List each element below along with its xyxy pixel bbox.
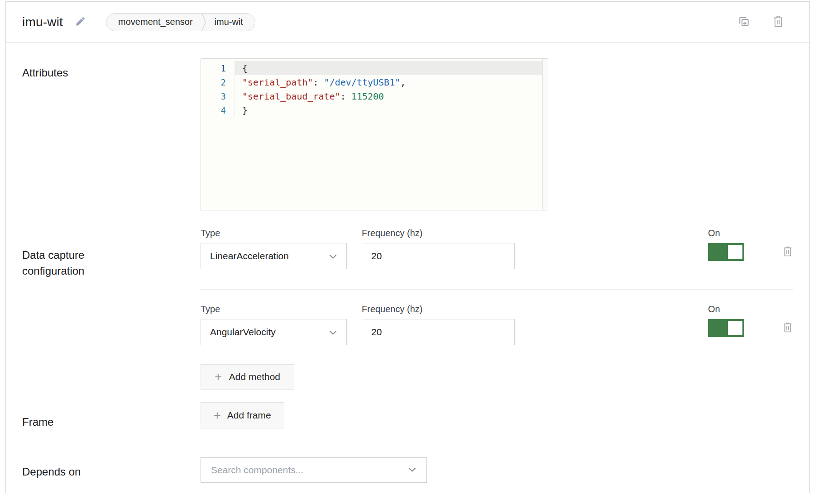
delete-component-button[interactable] (772, 15, 784, 29)
plus-icon: + (215, 371, 222, 383)
capture-on-toggle[interactable] (708, 319, 744, 337)
chevron-down-icon (408, 466, 416, 474)
editor-scrollbar[interactable] (542, 59, 548, 210)
line-number: 2 (201, 75, 235, 89)
depends-section: Depends on (22, 457, 793, 483)
duplicate-icon (737, 15, 751, 29)
capture-method-row: Type LinearAcceleration Frequency (hz) (201, 228, 793, 269)
frequency-input[interactable] (362, 243, 515, 269)
line-number: 4 (201, 103, 235, 117)
breadcrumb-chevron-icon (201, 13, 206, 31)
frequency-label: Frequency (hz) (362, 228, 515, 238)
component-title: imu-wit (22, 15, 63, 29)
chevron-down-icon (329, 251, 337, 262)
chevron-down-icon (329, 327, 337, 338)
delete-method-button[interactable] (782, 321, 793, 335)
capture-type-value: LinearAcceleration (210, 251, 289, 262)
toggle-knob (728, 245, 742, 259)
depends-label: Depends on (22, 457, 81, 480)
frequency-label: Frequency (hz) (362, 304, 515, 314)
breadcrumb: movement_sensor imu-wit (106, 13, 255, 31)
add-method-button[interactable]: + Add method (201, 364, 294, 390)
code-line: 2 "serial_path": "/dev/ttyUSB1", (201, 75, 548, 89)
line-number: 3 (201, 89, 235, 103)
add-frame-label: Add frame (227, 410, 271, 421)
data-capture-section: Data capture configuration Type LinearAc… (22, 228, 793, 390)
add-frame-button[interactable]: + Add frame (201, 402, 284, 428)
trash-icon (782, 321, 793, 335)
frequency-input[interactable] (362, 319, 515, 345)
type-label: Type (201, 228, 347, 238)
capture-on-toggle[interactable] (708, 243, 744, 261)
attributes-section: Attributes 1 { 2 "serial_path": "/dev/tt… (22, 58, 793, 210)
edit-name-button[interactable] (75, 16, 86, 29)
data-capture-label: Data capture configuration (22, 228, 126, 279)
capture-type-select[interactable]: LinearAcceleration (201, 243, 347, 269)
attributes-json-editor[interactable]: 1 { 2 "serial_path": "/dev/ttyUSB1", 3 "… (201, 58, 548, 210)
depends-select[interactable] (201, 457, 427, 483)
attributes-label: Attributes (22, 58, 68, 81)
frame-section: Frame + Add frame (22, 402, 793, 430)
line-number: 1 (201, 61, 235, 75)
delete-method-button[interactable] (782, 245, 793, 259)
frame-label: Frame (22, 402, 53, 430)
capture-method-row: Type AngularVelocity Frequency (hz) (201, 304, 793, 345)
capture-type-select[interactable]: AngularVelocity (201, 319, 347, 345)
code-line: 4 } (201, 103, 548, 117)
search-components-input[interactable] (211, 465, 408, 475)
toggle-knob (728, 321, 742, 335)
component-card: imu-wit movement_sensor imu-wit (5, 1, 810, 493)
pencil-icon (75, 16, 86, 29)
code-line: 1 { (201, 61, 548, 75)
code-line: 3 "serial_baud_rate": 115200 (201, 89, 548, 103)
toggle-label: On (708, 304, 744, 314)
breadcrumb-item-name: imu-wit (215, 17, 243, 27)
add-method-label: Add method (229, 371, 280, 382)
plus-icon: + (214, 409, 221, 422)
trash-icon (782, 245, 793, 259)
toggle-label: On (708, 228, 744, 238)
indent-guide (242, 75, 242, 103)
capture-type-value: AngularVelocity (210, 327, 276, 338)
component-header: imu-wit movement_sensor imu-wit (6, 2, 809, 43)
breadcrumb-item-type: movement_sensor (118, 17, 193, 27)
method-divider (201, 289, 793, 290)
type-label: Type (201, 304, 347, 314)
duplicate-button[interactable] (737, 15, 751, 29)
trash-icon (772, 15, 784, 29)
